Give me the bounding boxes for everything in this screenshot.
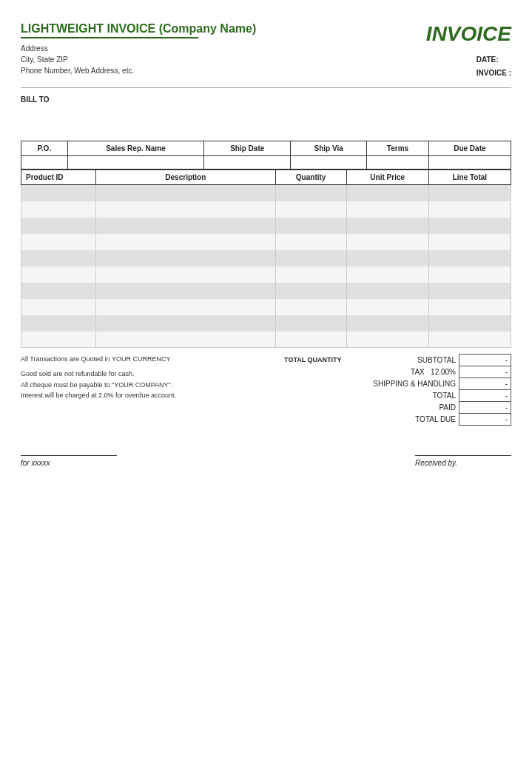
total-due-value: - <box>459 414 511 426</box>
col-po: P.O. <box>21 141 68 156</box>
item-row-2 <box>21 201 511 218</box>
received-label: Received by. <box>415 459 457 467</box>
item-row-3 <box>21 218 511 234</box>
items-table: Product ID Description Quantity Unit Pri… <box>21 169 511 348</box>
total-due-label: TOTAL DUE <box>351 414 459 426</box>
col-product-id: Product ID <box>21 170 96 185</box>
ship-via-value <box>291 156 367 169</box>
interest-note: Interest will be charged at 2.0% for ove… <box>21 390 260 400</box>
for-signature-block: for xxxxx <box>21 455 117 467</box>
item-row-4 <box>21 234 511 250</box>
tax-rate: 12.00% <box>431 368 456 376</box>
currency-note: All Transactions are Quoted in YOUR CURR… <box>21 354 260 364</box>
total-quantity-label: TOTAL QUANTITY <box>275 355 351 366</box>
total-label: TOTAL <box>351 390 459 402</box>
paid-label: PAID <box>351 402 459 414</box>
tax-value: - <box>459 366 511 378</box>
address-line1: Address <box>21 43 256 54</box>
item-row-10 <box>21 332 511 348</box>
bill-to-label: BILL TO <box>21 95 511 104</box>
col-unit-price: Unit Price <box>346 170 428 185</box>
total-quantity-row: TOTAL QUANTITY SUBTOTAL - <box>275 355 511 366</box>
item-row-1 <box>21 185 511 201</box>
paid-row: PAID - <box>275 402 511 414</box>
total-row: TOTAL - <box>275 390 511 402</box>
address-line2: City, State ZIP <box>21 54 256 65</box>
col-sales-rep: Sales Rep. Name <box>67 141 204 156</box>
total-value: - <box>459 390 511 402</box>
terms-value <box>367 156 428 169</box>
item-row-5 <box>21 250 511 266</box>
address-line3: Phone Number, Web Address, etc. <box>21 65 256 76</box>
ship-date-value <box>204 156 291 169</box>
order-table: P.O. Sales Rep. Name Ship Date Ship Via … <box>21 141 511 169</box>
po-value <box>21 156 68 169</box>
item-row-7 <box>21 283 511 299</box>
col-ship-via: Ship Via <box>291 141 367 156</box>
total-due-row: TOTAL DUE - <box>275 414 511 426</box>
shipping-label: SHIPPING & HANDLING <box>351 378 459 390</box>
cheque-note: All cheque must be payable to "YOUR COMP… <box>21 380 260 390</box>
subtotal-value: - <box>459 355 511 366</box>
due-date-value <box>428 156 511 169</box>
col-terms: Terms <box>367 141 428 156</box>
subtotal-label: SUBTOTAL <box>351 355 459 366</box>
company-name: LIGHTWEIGHT INVOICE (Company Name) <box>21 22 256 36</box>
date-label: DATE: <box>477 56 499 64</box>
paid-value: - <box>459 402 511 414</box>
tax-row: TAX 12.00% - <box>275 366 511 378</box>
item-row-8 <box>21 299 511 315</box>
shipping-value: - <box>459 378 511 390</box>
no-refund-note: Good sold are not refundable for cash. <box>21 369 260 379</box>
for-label: for xxxxx <box>21 459 50 467</box>
received-signature-block: Received by. <box>415 455 511 467</box>
for-sig-line <box>21 455 117 456</box>
col-description: Description <box>96 170 276 185</box>
col-line-total: Line Total <box>428 170 511 185</box>
item-row-6 <box>21 266 511 283</box>
col-due-date: Due Date <box>428 141 511 156</box>
sales-rep-value <box>67 156 204 169</box>
col-quantity: Quantity <box>275 170 346 185</box>
received-sig-line <box>415 455 511 456</box>
invoice-label: INVOICE : <box>477 69 511 77</box>
shipping-row: SHIPPING & HANDLING - <box>275 378 511 390</box>
invoice-title: INVOICE <box>426 22 511 46</box>
item-row-9 <box>21 315 511 332</box>
tax-label: TAX <box>411 368 425 376</box>
col-ship-date: Ship Date <box>204 141 291 156</box>
